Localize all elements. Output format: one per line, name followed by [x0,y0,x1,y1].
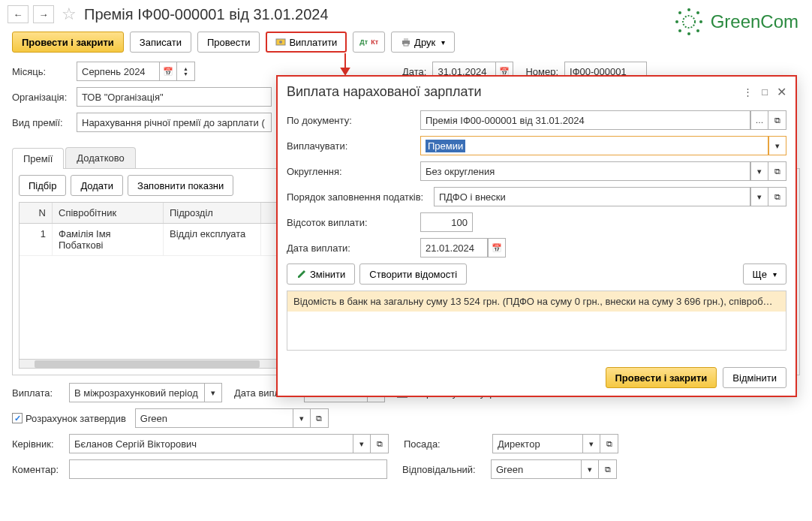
tab-bonuses[interactable]: Премії [12,148,64,169]
svg-rect-12 [404,38,408,41]
by-doc-label: По документу: [287,115,420,126]
more-icon[interactable]: ⋮ [743,86,753,98]
svg-point-2 [687,32,690,35]
fill-button[interactable]: Заповнити показни [128,175,233,196]
more-button[interactable]: Ще ▾ [743,264,786,285]
print-button[interactable]: Друк ▾ [391,32,455,53]
open-icon[interactable]: ⧉ [599,459,617,479]
chevron-down-icon[interactable]: ▾ [582,434,600,453]
dtkt-button[interactable]: ДтКт [353,32,385,53]
create-statements-button[interactable]: Створити відомості [359,264,467,285]
save-button[interactable]: Записати [130,32,191,53]
svg-point-8 [696,29,699,32]
tax-order-label: Порядок заповнення податків: [287,191,434,203]
month-input[interactable]: Серпень 2024 [77,62,159,81]
payout-label: Виплата: [12,387,63,399]
tax-order-select[interactable]: ПДФО і внески [434,187,750,206]
bonus-type-input[interactable]: Нарахування річної премії до зарплати ( [77,113,272,132]
tab-additional[interactable]: Додатково [65,147,135,168]
ellipsis-icon[interactable]: … [750,110,768,130]
percent-label: Відсоток виплати: [287,217,420,228]
pay-date-input[interactable]: 21.01.2024 [420,238,488,257]
percent-input[interactable]: 100 [420,212,473,232]
rounding-select[interactable]: Без округления [420,161,750,181]
modal-title: Виплата нарахованої зарплати [287,84,482,100]
chevron-down-icon[interactable]: ▾ [581,459,599,479]
pick-button[interactable]: Підбір [19,175,66,196]
approved-by-input[interactable]: Green [135,408,293,428]
chevron-down-icon[interactable]: ▾ [750,187,768,206]
chevron-down-icon[interactable]: ▾ [750,161,768,181]
open-icon[interactable]: ⧉ [768,161,786,181]
svg-point-10 [279,41,282,44]
col-employee[interactable]: Співробітник [53,203,164,223]
open-icon[interactable]: ⧉ [768,187,786,206]
svg-point-7 [678,29,681,32]
comment-label: Коментар: [12,464,63,475]
page-title: Премія ІФ00-000001 від 31.01.2024 [84,6,329,23]
payout-modal: Виплата нарахованої зарплати ⋮ □ ✕ По до… [276,75,797,397]
nav-back-button[interactable]: ← [8,5,29,23]
chevron-down-icon[interactable]: ▾ [204,383,222,402]
manager-label: Керівник: [12,438,63,450]
org-label: Організація: [12,92,71,103]
open-icon[interactable]: ⧉ [768,110,786,130]
close-icon[interactable]: ✕ [777,85,786,99]
maximize-icon[interactable]: □ [762,86,768,98]
modal-process-close-button[interactable]: Провести і закрити [606,367,717,388]
month-label: Місяць: [12,66,71,77]
chevron-down-icon[interactable]: ▾ [768,136,786,155]
list-item[interactable]: Відомість в банк на загальну суму 13 524… [287,291,786,312]
position-label: Посада: [404,438,486,450]
process-close-button[interactable]: Провести і закрити [12,32,124,53]
svg-rect-13 [404,44,408,46]
approved-checkbox[interactable]: ✓ [12,413,23,423]
greencom-logo-icon [673,6,705,38]
approved-label: Розрахунок затвердив [26,413,126,424]
calendar-icon[interactable]: 📅 [159,62,177,81]
payout-select[interactable]: В міжрозрахунковий період [69,383,204,402]
open-icon[interactable]: ⧉ [600,434,618,453]
chevron-down-icon: ▾ [441,38,445,47]
pay-button[interactable]: Виплатити [266,32,347,53]
pay-select[interactable]: Премии [420,136,768,155]
org-input[interactable]: ТОВ "Організація" [77,87,272,107]
open-icon[interactable]: ⧉ [311,408,329,428]
bonus-type-label: Вид премії: [12,117,71,128]
rounding-label: Округлення: [287,166,420,177]
svg-point-0 [683,16,695,28]
brand-logo: GreenCom [673,6,798,38]
add-button[interactable]: Додати [71,175,123,196]
edit-button[interactable]: Змінити [287,264,355,285]
pay-label: Виплачувати: [287,140,420,152]
pencil-icon [296,269,307,279]
col-n[interactable]: N [20,203,53,223]
spinner-icon[interactable]: ▲▼ [177,62,195,81]
chevron-down-icon[interactable]: ▾ [353,434,371,453]
calendar-icon[interactable]: 📅 [488,238,506,257]
chevron-down-icon: ▾ [773,270,777,279]
pay-date-label: Дата виплати: [287,242,420,254]
svg-point-6 [696,11,699,14]
open-icon[interactable]: ⧉ [371,434,389,453]
favorite-star-icon[interactable]: ☆ [62,5,77,24]
col-dept[interactable]: Підрозділ [164,203,261,223]
nav-forward-button[interactable]: → [33,5,54,23]
svg-point-1 [687,8,690,11]
process-button[interactable]: Провести [197,32,260,53]
svg-point-4 [699,20,702,23]
printer-icon [401,37,411,47]
modal-cancel-button[interactable]: Відмінити [723,367,786,388]
chevron-down-icon[interactable]: ▾ [293,408,311,428]
svg-point-3 [675,20,678,23]
comment-input[interactable] [69,459,387,479]
statements-list[interactable]: Відомість в банк на загальну суму 13 524… [287,291,786,351]
svg-point-5 [678,11,681,14]
responsible-label: Відповідальний: [402,464,485,475]
by-doc-input[interactable]: Премія ІФ00-000001 від 31.01.2024 [420,110,750,130]
responsible-input[interactable]: Green [491,459,581,479]
manager-input[interactable]: Бєланов Сергій Вікторович [69,434,353,453]
money-icon [275,37,286,47]
position-input[interactable]: Директор [492,434,582,453]
